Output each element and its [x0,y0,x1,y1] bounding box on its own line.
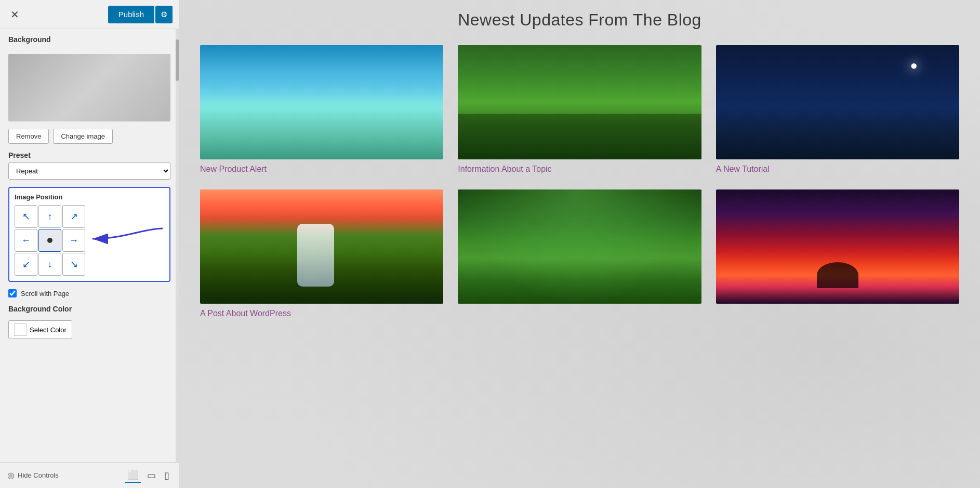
blog-card-3: A New Tutorial [716,45,959,174]
blog-grid: New Product Alert Information About a To… [200,45,959,318]
post-link-3[interactable]: A New Tutorial [716,165,959,174]
scrollbar-track [176,29,179,462]
post-image-4 [200,189,443,304]
left-panel: ✕ Publish ⚙ Background Remove Change ima… [0,0,179,488]
position-top-center[interactable]: ↑ [38,205,61,228]
image-position-section: Image Position ↖ ↑ ↗ ← → ↙ ↓ ↘ [8,187,170,282]
scrollbar-thumb[interactable] [176,39,179,81]
blog-card-6 [716,189,959,318]
blog-card-5 [458,189,701,318]
blog-section-title: Newest Updates From The Blog [200,10,959,30]
position-center[interactable] [38,229,61,252]
color-swatch [14,323,27,336]
circle-icon: ◎ [7,470,15,480]
post-image-5 [458,189,701,304]
position-bottom-left[interactable]: ↙ [15,253,37,276]
image-action-buttons: Remove Change image [8,129,170,144]
scroll-with-page-checkbox[interactable] [8,289,17,297]
post-link-1[interactable]: New Product Alert [200,165,443,174]
blog-card-2: Information About a Topic [458,45,701,174]
post-image-3 [716,45,959,159]
device-switcher: ⬜ ▭ ▯ [125,468,171,483]
position-middle-left[interactable]: ← [15,229,37,252]
tablet-view-button[interactable]: ▭ [145,468,158,483]
panel-content: Background Remove Change image Preset Re… [0,29,179,462]
position-bottom-right[interactable]: ↘ [62,253,85,276]
preview-placeholder [8,54,170,121]
bottom-bar: ◎ Hide Controls ⬜ ▭ ▯ [0,462,179,488]
position-bottom-center[interactable]: ↓ [38,253,61,276]
close-button[interactable]: ✕ [6,6,23,23]
hide-controls-label: Hide Controls [18,471,59,479]
scroll-with-page-row: Scroll with Page [8,289,170,297]
preset-section: Preset Repeat Cover Contain Custom [8,151,170,180]
position-top-left[interactable]: ↖ [15,205,37,228]
remove-image-button[interactable]: Remove [8,129,49,144]
main-content: Newest Updates From The Blog New Product… [179,0,980,329]
mobile-view-button[interactable]: ▯ [162,468,171,483]
desktop-view-button[interactable]: ⬜ [125,468,141,483]
post-image-2 [458,45,701,159]
select-color-label: Select Color [30,326,67,334]
background-image-preview [8,54,170,121]
post-link-2[interactable]: Information About a Topic [458,165,701,174]
blog-card-4: A Post About WordPress [200,189,443,318]
publish-button[interactable]: Publish [108,6,154,23]
post-image-1 [200,45,443,159]
top-bar: ✕ Publish ⚙ [0,0,179,29]
post-link-4[interactable]: A Post About WordPress [200,309,443,318]
background-section-title: Background [8,35,170,44]
scroll-with-page-label: Scroll with Page [21,290,69,297]
background-color-section: Background Color Select Color [8,305,170,339]
settings-gear-button[interactable]: ⚙ [155,6,173,23]
preset-label: Preset [8,151,170,159]
select-color-button[interactable]: Select Color [8,320,72,339]
change-image-button[interactable]: Change image [53,129,113,144]
position-top-right[interactable]: ↗ [62,205,85,228]
preset-dropdown[interactable]: Repeat Cover Contain Custom [8,162,170,180]
position-grid: ↖ ↑ ↗ ← → ↙ ↓ ↘ [15,205,164,276]
position-middle-right[interactable]: → [62,229,85,252]
main-area: Newest Updates From The Blog New Product… [179,0,980,488]
bg-color-title: Background Color [8,305,170,313]
blog-card-1: New Product Alert [200,45,443,174]
hide-controls-button[interactable]: ◎ Hide Controls [7,470,59,480]
post-image-6 [716,189,959,304]
image-position-label: Image Position [15,193,164,201]
